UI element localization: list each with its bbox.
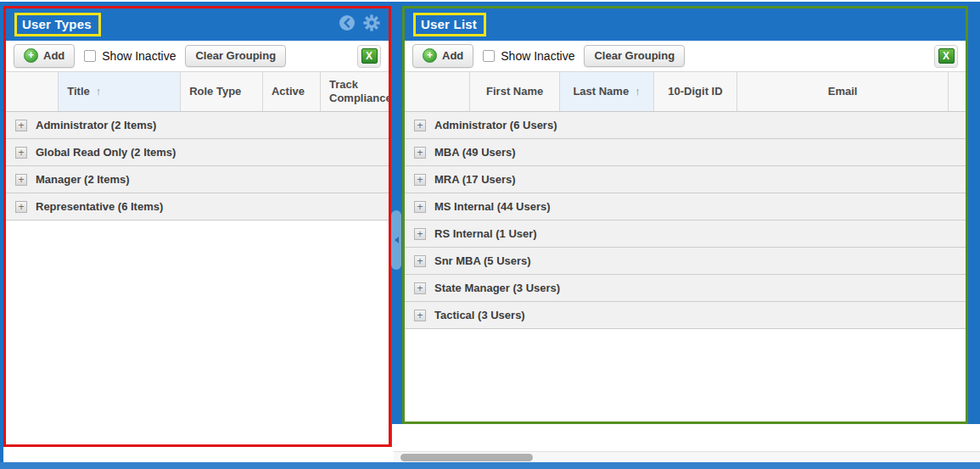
add-button[interactable]: + Add xyxy=(412,44,473,68)
user-list-toolbar: + Add Show Inactive Clear Grouping X xyxy=(405,41,966,71)
show-inactive-checkbox[interactable] xyxy=(483,50,495,62)
gear-icon[interactable] xyxy=(363,14,380,35)
group-label: Snr MBA (5 Users) xyxy=(434,254,531,267)
column-header-active[interactable]: Active xyxy=(263,72,321,111)
green-plus-circle-icon: + xyxy=(24,48,38,63)
column-header-first-name[interactable]: First Name xyxy=(470,72,560,111)
green-plus-circle-icon: + xyxy=(423,48,437,63)
top-divider xyxy=(0,0,980,2)
column-header-track-compliance[interactable]: Track Compliance xyxy=(321,72,389,111)
column-header-blank-end xyxy=(949,72,966,111)
user-types-title: User Types xyxy=(14,13,101,36)
user-list-body: + Add Show Inactive Clear Grouping X Fir… xyxy=(405,41,966,422)
group-label: MBA (49 Users) xyxy=(434,146,516,159)
expand-plus-icon[interactable]: + xyxy=(15,147,27,159)
add-button-label: Add xyxy=(442,49,463,62)
group-row-administrator[interactable]: + Administrator (2 Items) xyxy=(6,112,389,139)
group-label: Tactical (3 Users) xyxy=(434,309,525,321)
column-header-blank xyxy=(6,72,59,111)
empty-grid-area xyxy=(405,329,966,422)
user-types-toolbar: + Add Show Inactive Clear Grouping X xyxy=(6,41,389,71)
titlebar-icon-group xyxy=(339,14,380,35)
collapse-left-arrow-icon xyxy=(395,237,399,243)
user-types-body: + Add Show Inactive Clear Grouping X Tit… xyxy=(6,41,389,444)
bottom-blue-bar xyxy=(0,462,980,469)
show-inactive-control: Show Inactive xyxy=(84,49,176,63)
add-button[interactable]: + Add xyxy=(14,44,75,68)
column-header-title-label: Title xyxy=(67,85,90,98)
group-label: Manager (2 Items) xyxy=(36,173,130,186)
excel-export-button[interactable]: X xyxy=(357,45,381,68)
user-types-panel: User Types xyxy=(3,6,391,447)
clear-grouping-label: Clear Grouping xyxy=(195,49,276,62)
add-button-label: Add xyxy=(43,49,64,62)
expand-plus-icon[interactable]: + xyxy=(414,120,426,131)
expand-plus-icon[interactable]: + xyxy=(414,282,426,294)
empty-grid-area xyxy=(6,221,389,444)
group-label: State Manager (3 Users) xyxy=(434,282,560,294)
panel-splitter-handle[interactable] xyxy=(391,210,401,270)
group-label: Global Read Only (2 Items) xyxy=(36,146,176,159)
bottom-white-area xyxy=(392,424,980,449)
sort-ascending-icon: ↑ xyxy=(96,85,102,98)
user-list-panel: User List + Add Show Inactive Clear Grou… xyxy=(402,6,968,424)
sort-ascending-icon: ↑ xyxy=(635,85,641,98)
group-label: Administrator (6 Users) xyxy=(434,119,557,131)
expand-plus-icon[interactable]: + xyxy=(414,310,426,321)
group-row-rs-internal[interactable]: + RS Internal (1 User) xyxy=(405,221,966,248)
group-row-tactical[interactable]: + Tactical (3 Users) xyxy=(405,302,966,329)
user-types-grid-header: Title ↑ Role Type Active Track Complianc… xyxy=(6,71,389,112)
user-list-title: User List xyxy=(413,13,486,36)
expand-plus-icon[interactable]: + xyxy=(15,120,27,131)
expand-plus-icon[interactable]: + xyxy=(414,228,426,240)
column-header-title[interactable]: Title ↑ xyxy=(59,72,181,111)
page: User Types xyxy=(0,0,980,469)
expand-plus-icon[interactable]: + xyxy=(414,255,426,267)
group-row-representative[interactable]: + Representative (6 Items) xyxy=(6,193,389,221)
expand-plus-icon[interactable]: + xyxy=(15,174,27,186)
group-row-global-read-only[interactable]: + Global Read Only (2 Items) xyxy=(6,139,389,166)
group-row-administrator[interactable]: + Administrator (6 Users) xyxy=(405,112,966,139)
clear-grouping-button[interactable]: Clear Grouping xyxy=(584,45,685,67)
excel-export-icon: X xyxy=(361,48,378,64)
user-types-titlebar: User Types xyxy=(6,8,389,41)
expand-plus-icon[interactable]: + xyxy=(15,201,27,213)
column-header-10-digit-id[interactable]: 10-Digit ID xyxy=(654,72,738,111)
group-row-mba[interactable]: + MBA (49 Users) xyxy=(405,139,966,166)
group-row-state-manager[interactable]: + State Manager (3 Users) xyxy=(405,275,966,302)
column-header-role-type[interactable]: Role Type xyxy=(181,72,263,111)
group-label: MRA (17 Users) xyxy=(434,173,516,186)
group-label: Administrator (2 Items) xyxy=(36,119,156,131)
clear-grouping-button[interactable]: Clear Grouping xyxy=(185,45,286,67)
group-row-snr-mba[interactable]: + Snr MBA (5 Users) xyxy=(405,248,966,275)
clear-grouping-label: Clear Grouping xyxy=(594,49,675,62)
user-list-grid-header: First Name Last Name ↑ 10-Digit ID Email xyxy=(405,71,966,112)
show-inactive-label: Show Inactive xyxy=(102,49,176,63)
group-row-mra[interactable]: + MRA (17 Users) xyxy=(405,166,966,193)
group-label: RS Internal (1 User) xyxy=(434,227,537,240)
show-inactive-checkbox[interactable] xyxy=(84,50,96,62)
expand-plus-icon[interactable]: + xyxy=(414,201,426,213)
column-header-last-name-label: Last Name xyxy=(573,85,629,98)
group-row-ms-internal[interactable]: + MS Internal (44 Users) xyxy=(405,193,966,221)
expand-plus-icon[interactable]: + xyxy=(414,174,426,186)
group-row-manager[interactable]: + Manager (2 Items) xyxy=(6,166,389,193)
collapse-back-icon[interactable] xyxy=(339,14,356,35)
user-list-titlebar: User List xyxy=(405,8,966,41)
expand-plus-icon[interactable]: + xyxy=(414,147,426,159)
excel-export-button[interactable]: X xyxy=(934,45,958,68)
horizontal-scrollbar-thumb[interactable] xyxy=(400,454,533,461)
show-inactive-label: Show Inactive xyxy=(501,49,574,63)
horizontal-scrollbar[interactable] xyxy=(394,451,980,462)
show-inactive-control: Show Inactive xyxy=(483,49,574,63)
excel-export-icon: X xyxy=(938,48,955,64)
column-header-last-name[interactable]: Last Name ↑ xyxy=(560,72,653,111)
column-header-blank xyxy=(405,72,470,111)
group-label: Representative (6 Items) xyxy=(36,200,163,213)
group-label: MS Internal (44 Users) xyxy=(434,200,551,213)
column-header-email[interactable]: Email xyxy=(737,72,949,111)
